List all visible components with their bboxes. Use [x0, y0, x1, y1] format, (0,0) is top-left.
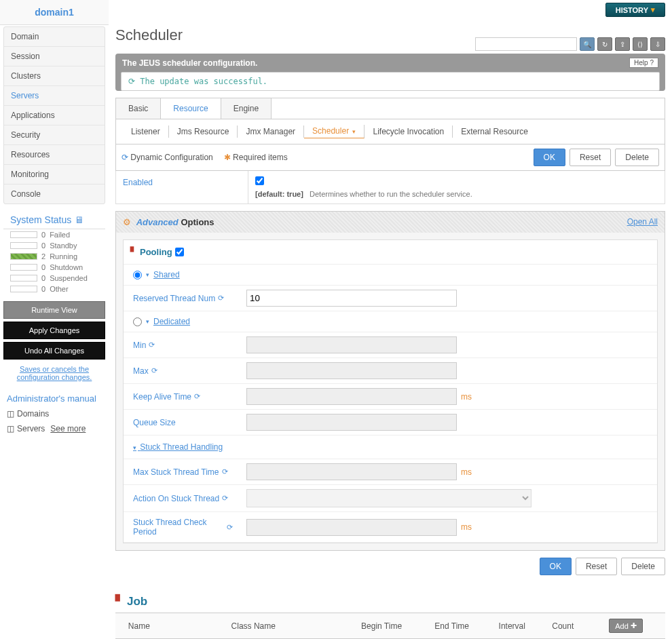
status-label: Standby [50, 241, 77, 250]
subtab-jms-resource[interactable]: Jms Resource [169, 125, 238, 138]
banner-title: The JEUS scheduler configuration. [122, 58, 257, 68]
nav-item-applications[interactable]: Applications [4, 106, 105, 125]
pooling-checkbox[interactable] [175, 248, 184, 256]
plus-icon: ✚ [631, 621, 637, 630]
see-more-link[interactable]: See more [50, 424, 86, 433]
tab-resource[interactable]: Resource [161, 98, 221, 119]
tab-engine[interactable]: Engine [221, 98, 272, 119]
delete-button-top[interactable]: Delete [615, 149, 659, 166]
admin-servers-label: Servers [17, 424, 45, 433]
tab-basic[interactable]: Basic [116, 98, 161, 119]
nav-item-resources[interactable]: Resources [4, 145, 105, 165]
enabled-checkbox[interactable] [255, 176, 264, 185]
status-label: Failed [50, 231, 70, 239]
sub-tabs: ListenerJms ResourceJmx ManagerScheduler… [115, 119, 665, 144]
action-stuck-select[interactable] [246, 489, 531, 507]
dyn-config-indicator: ⟳ Dynamic Configuration [122, 153, 213, 162]
status-count: 0 [41, 274, 45, 282]
subtab-lifecycle-invocation[interactable]: Lifecycle Invocation [365, 125, 453, 138]
success-text: The update was successful. [140, 77, 267, 86]
admin-servers-link[interactable]: ◫ServersSee more [7, 421, 102, 436]
history-label: HISTORY [616, 6, 648, 14]
nav-item-servers[interactable]: Servers [4, 86, 105, 106]
search-button[interactable]: 🔍 [580, 37, 595, 51]
stuck-check-label: Stuck Thread Check Period ⟳ [124, 512, 242, 542]
subtab-external-resource[interactable]: External Resource [453, 125, 536, 138]
reserved-thread-num-input[interactable] [246, 290, 457, 307]
nav-item-domain[interactable]: Domain [4, 27, 105, 47]
subtab-jmx-manager[interactable]: Jmx Manager [238, 125, 304, 138]
nav-item-session[interactable]: Session [4, 47, 105, 66]
keep-alive-label: Keep Alive Time ⟳ [124, 387, 242, 407]
required-label: Required items [233, 153, 288, 162]
delete-button-bottom[interactable]: Delete [621, 558, 665, 575]
ms-unit: ms [461, 522, 472, 532]
min-input[interactable] [246, 336, 457, 353]
required-indicator: ✱ Required items [224, 153, 288, 162]
status-bar [10, 264, 37, 271]
subtab-listener[interactable]: Listener [123, 125, 169, 138]
action-stuck-label: Action On Stuck Thread ⟳ [124, 488, 242, 509]
nav-item-console[interactable]: Console [4, 185, 105, 204]
export-button-1[interactable]: ↻ [597, 37, 612, 51]
status-count: 0 [41, 241, 45, 250]
search-input[interactable] [475, 37, 577, 51]
status-row-shutdown: 0 Shutdown [3, 262, 105, 273]
status-bar [10, 242, 37, 249]
subtab-scheduler[interactable]: Scheduler ▾ [304, 125, 365, 138]
job-col-interval: Interval [485, 613, 539, 639]
domain-header[interactable]: domain1 [0, 0, 109, 25]
status-count: 2 [41, 252, 45, 260]
dedicated-radio[interactable] [133, 317, 142, 326]
import-button[interactable]: ⇩ [650, 37, 665, 51]
monitor-icon: 🖥 [75, 214, 84, 225]
reserved-thread-num-label: Reserved Thread Num ⟳ [124, 288, 242, 309]
ok-button-bottom[interactable]: OK [540, 558, 572, 575]
stuck-thread-handling-link[interactable]: ▾ Stuck Thread Handling [124, 435, 657, 459]
ms-unit: ms [461, 467, 472, 477]
admin-manual-title: Administrator's manual [7, 391, 102, 406]
sync-icon: ⟳ [222, 494, 228, 503]
help-button[interactable]: Help ? [629, 58, 658, 68]
job-col-count: Count [539, 613, 586, 639]
status-bar [10, 253, 37, 260]
main-nav: DomainSessionClustersServersApplications… [3, 26, 105, 204]
stuck-check-input[interactable] [246, 519, 457, 536]
shared-link[interactable]: Shared [153, 270, 180, 279]
status-label: Other [50, 285, 69, 293]
job-add-button[interactable]: Add ✚ [609, 619, 643, 633]
ok-button-top[interactable]: OK [534, 149, 565, 166]
admin-domains-link[interactable]: ◫Domains [7, 406, 102, 421]
system-status-title: System Status 🖥 [3, 211, 105, 229]
status-row-suspended: 0 Suspended [3, 273, 105, 284]
xml-button[interactable]: ⟨⟩ [633, 37, 648, 51]
keep-alive-input[interactable] [246, 388, 457, 405]
shared-radio[interactable] [133, 271, 142, 279]
warning-icon: ⚙ [123, 217, 131, 227]
export-button-2[interactable]: ⇪ [615, 37, 630, 51]
nav-item-monitoring[interactable]: Monitoring [4, 165, 105, 185]
enabled-desc: [default: true] Determines whether to ru… [255, 190, 658, 198]
open-all-link[interactable]: Open All [627, 217, 658, 227]
max-input[interactable] [246, 362, 457, 379]
dedicated-link[interactable]: Dedicated [153, 317, 190, 326]
enabled-label: Enabled [116, 171, 248, 204]
reset-button-bottom[interactable]: Reset [576, 558, 617, 575]
pooling-header: ▘ Pooling [124, 240, 657, 265]
history-button[interactable]: HISTORY ▾ [605, 3, 665, 17]
search-icon: 🔍 [583, 41, 591, 48]
job-col-begin-time: Begin Time [344, 613, 419, 639]
download-icon: ⇩ [655, 41, 660, 48]
job-table: NameClass NameBegin TimeEnd TimeInterval… [115, 613, 665, 639]
options-word: Options [181, 217, 214, 227]
max-stuck-input[interactable] [246, 463, 457, 480]
nav-item-security[interactable]: Security [4, 125, 105, 145]
config-hint-link[interactable]: Saves or cancels the configuration chang… [3, 362, 105, 384]
reset-button-top[interactable]: Reset [570, 149, 611, 166]
queue-size-input[interactable] [246, 414, 457, 431]
status-count: 0 [41, 231, 45, 239]
undo-changes-button[interactable]: Undo All Changes [3, 342, 105, 360]
runtime-view-button[interactable]: Runtime View [3, 301, 105, 319]
nav-item-clusters[interactable]: Clusters [4, 66, 105, 86]
apply-changes-button[interactable]: Apply Changes [3, 322, 105, 339]
